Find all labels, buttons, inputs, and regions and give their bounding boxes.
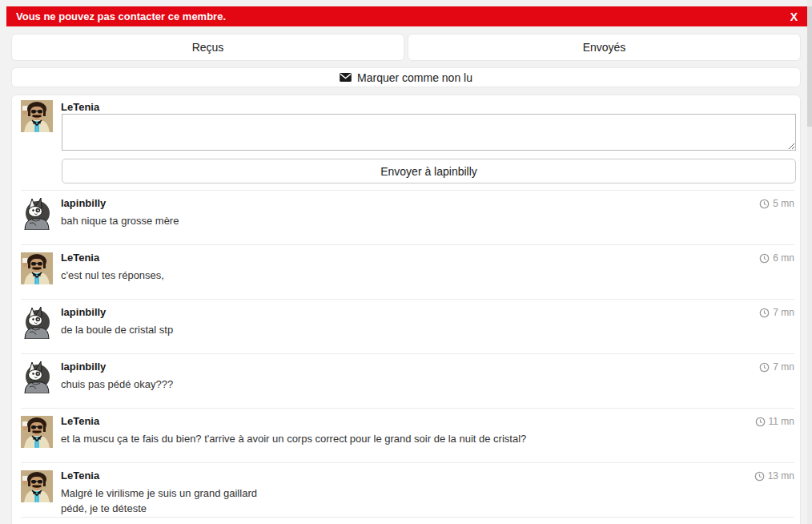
message-timestamp: 5 mn: [759, 198, 794, 209]
avatar: [21, 470, 53, 502]
mailbox-tabs: Reçus Envoyés: [11, 34, 801, 61]
message-timestamp: 7 mn: [759, 307, 794, 318]
message-row: LeTenia Malgré le virilisme je suis un g…: [12, 463, 800, 518]
message-row: LeTenia c'est nul tes réponses, 6 mn: [12, 245, 800, 300]
message-row: lapinbilly de la boule de cristal stp 7 …: [12, 300, 800, 354]
message-body: bah nique ta grosse mère: [61, 213, 712, 228]
compose-author-name: LeTenia: [61, 101, 99, 113]
clock-icon: [759, 199, 770, 209]
alert-banner: Vous ne pouvez pas contacter ce membre. …: [6, 6, 807, 26]
compose-area: LeTenia Envoyer à lapinbilly: [12, 95, 800, 191]
message-timestamp: 6 mn: [759, 252, 794, 264]
alert-banner-text: Vous ne pouvez pas contacter ce membre.: [16, 10, 226, 22]
close-icon[interactable]: X: [790, 10, 798, 23]
message-body: chuis pas pédé okay???: [61, 377, 712, 392]
clock-icon: [754, 471, 765, 482]
avatar: [21, 252, 53, 284]
message-timestamp: 11 mn: [755, 416, 794, 427]
tab-envoyes[interactable]: Envoyés: [408, 34, 801, 61]
send-button[interactable]: Envoyer à lapinbilly: [62, 159, 796, 183]
avatar: [21, 307, 53, 339]
message-body: c'est nul tes réponses,: [61, 268, 712, 283]
clock-icon: [759, 308, 770, 318]
message-time-text: 11 mn: [769, 416, 794, 427]
conversation-panel: LeTenia Envoyer à lapinbilly lapinbilly …: [11, 95, 801, 524]
message-row: lapinbilly chuis pas pédé okay??? 7 mn: [12, 354, 800, 409]
mark-unread-label: Marquer comme non lu: [357, 71, 472, 84]
message-time-text: 13 mn: [768, 470, 794, 482]
message-list: lapinbilly bah nique ta grosse mère 5 mn: [12, 191, 800, 518]
message-author: LeTenia: [61, 470, 712, 482]
message-time-text: 7 mn: [773, 361, 794, 373]
message-time-text: 6 mn: [773, 252, 794, 264]
scrollbar-track[interactable]: [807, 0, 812, 524]
avatar: [21, 416, 53, 448]
message-author: LeTenia: [61, 415, 712, 427]
mark-unread-button[interactable]: Marquer comme non lu: [11, 67, 801, 87]
clock-icon: [755, 417, 766, 427]
avatar: [21, 100, 53, 132]
clock-icon: [759, 253, 770, 264]
message-timestamp: 7 mn: [759, 361, 794, 373]
clock-icon: [759, 362, 770, 373]
message-row: lapinbilly bah nique ta grosse mère 5 mn: [12, 191, 800, 245]
message-time-text: 5 mn: [773, 198, 794, 209]
avatar: [21, 361, 53, 393]
message-author: lapinbilly: [61, 306, 712, 318]
message-timestamp: 13 mn: [754, 470, 794, 482]
message-row: LeTenia et la muscu ça te fais du bien? …: [12, 409, 800, 463]
message-body: et la muscu ça te fais du bien? t'arrive…: [61, 431, 712, 446]
message-body: de la boule de cristal stp: [61, 322, 712, 337]
message-body: Malgré le virilisme je suis un grand gai…: [61, 486, 712, 516]
tab-recus[interactable]: Reçus: [11, 34, 404, 61]
message-author: LeTenia: [61, 252, 712, 264]
avatar: [21, 198, 53, 230]
envelope-icon: [340, 73, 352, 82]
message-time-text: 7 mn: [773, 307, 794, 318]
message-author: lapinbilly: [61, 361, 712, 373]
message-textarea[interactable]: [62, 114, 796, 151]
scrollbar-thumb[interactable]: [807, 6, 812, 127]
message-author: lapinbilly: [61, 197, 712, 209]
